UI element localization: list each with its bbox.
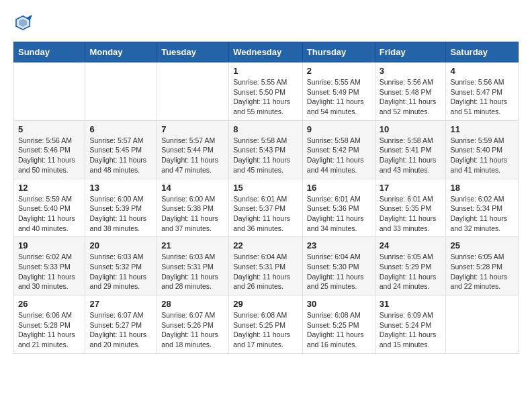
day-info: Sunrise: 6:09 AM Sunset: 5:24 PM Dayligh… — [380, 310, 442, 350]
day-cell: 26Sunrise: 6:06 AM Sunset: 5:28 PM Dayli… — [14, 295, 85, 354]
day-number: 10 — [380, 124, 442, 134]
day-number: 21 — [161, 240, 224, 250]
day-cell: 5Sunrise: 5:56 AM Sunset: 5:46 PM Daylig… — [14, 120, 85, 179]
day-cell: 2Sunrise: 5:55 AM Sunset: 5:49 PM Daylig… — [302, 62, 375, 121]
day-number: 13 — [89, 183, 152, 193]
day-info: Sunrise: 6:07 AM Sunset: 5:26 PM Dayligh… — [161, 310, 224, 350]
day-info: Sunrise: 5:58 AM Sunset: 5:42 PM Dayligh… — [307, 136, 371, 175]
day-info: Sunrise: 6:02 AM Sunset: 5:33 PM Dayligh… — [18, 252, 81, 291]
day-info: Sunrise: 5:56 AM Sunset: 5:47 PM Dayligh… — [450, 77, 514, 117]
day-number: 30 — [307, 299, 371, 309]
day-number: 29 — [233, 299, 298, 309]
header — [13, 13, 519, 32]
day-info: Sunrise: 5:58 AM Sunset: 5:41 PM Dayligh… — [380, 136, 442, 175]
day-number: 17 — [380, 183, 442, 193]
day-number: 3 — [380, 66, 442, 76]
logo-icon — [13, 13, 32, 32]
day-number: 31 — [380, 299, 442, 309]
day-info: Sunrise: 5:57 AM Sunset: 5:44 PM Dayligh… — [161, 136, 224, 175]
day-cell: 23Sunrise: 6:04 AM Sunset: 5:30 PM Dayli… — [302, 237, 375, 295]
day-number: 25 — [450, 240, 514, 250]
col-header-saturday: Saturday — [446, 42, 519, 62]
day-cell: 11Sunrise: 5:59 AM Sunset: 5:40 PM Dayli… — [446, 120, 519, 179]
day-cell: 12Sunrise: 5:59 AM Sunset: 5:40 PM Dayli… — [14, 179, 85, 237]
day-cell: 28Sunrise: 6:07 AM Sunset: 5:26 PM Dayli… — [157, 295, 229, 354]
day-info: Sunrise: 6:02 AM Sunset: 5:34 PM Dayligh… — [450, 194, 514, 234]
day-number: 12 — [18, 183, 81, 193]
day-info: Sunrise: 6:01 AM Sunset: 5:35 PM Dayligh… — [380, 194, 442, 234]
day-info: Sunrise: 5:55 AM Sunset: 5:49 PM Dayligh… — [307, 77, 371, 117]
day-cell: 19Sunrise: 6:02 AM Sunset: 5:33 PM Dayli… — [14, 237, 85, 295]
day-cell: 1Sunrise: 5:55 AM Sunset: 5:50 PM Daylig… — [229, 62, 303, 121]
col-header-sunday: Sunday — [14, 42, 85, 62]
week-row-1: 1Sunrise: 5:55 AM Sunset: 5:50 PM Daylig… — [14, 62, 519, 121]
day-info: Sunrise: 6:04 AM Sunset: 5:30 PM Dayligh… — [307, 252, 371, 291]
day-cell: 20Sunrise: 6:03 AM Sunset: 5:32 PM Dayli… — [85, 237, 157, 295]
day-number: 6 — [89, 124, 152, 134]
day-info: Sunrise: 5:55 AM Sunset: 5:50 PM Dayligh… — [233, 77, 298, 117]
day-cell: 31Sunrise: 6:09 AM Sunset: 5:24 PM Dayli… — [375, 295, 446, 354]
day-number: 15 — [233, 183, 298, 193]
day-info: Sunrise: 6:06 AM Sunset: 5:28 PM Dayligh… — [18, 310, 81, 350]
day-number: 16 — [307, 183, 371, 193]
day-cell: 21Sunrise: 6:03 AM Sunset: 5:31 PM Dayli… — [157, 237, 229, 295]
week-row-5: 26Sunrise: 6:06 AM Sunset: 5:28 PM Dayli… — [14, 295, 519, 354]
day-cell — [14, 62, 85, 121]
day-cell — [85, 62, 157, 121]
calendar-container: SundayMondayTuesdayWednesdayThursdayFrid… — [0, 0, 532, 361]
header-row: SundayMondayTuesdayWednesdayThursdayFrid… — [14, 42, 519, 62]
day-cell: 9Sunrise: 5:58 AM Sunset: 5:42 PM Daylig… — [302, 120, 375, 179]
col-header-tuesday: Tuesday — [157, 42, 229, 62]
day-cell: 18Sunrise: 6:02 AM Sunset: 5:34 PM Dayli… — [446, 179, 519, 237]
day-cell: 17Sunrise: 6:01 AM Sunset: 5:35 PM Dayli… — [375, 179, 446, 237]
day-info: Sunrise: 6:08 AM Sunset: 5:25 PM Dayligh… — [233, 310, 298, 350]
day-number: 1 — [233, 66, 298, 76]
day-cell: 22Sunrise: 6:04 AM Sunset: 5:31 PM Dayli… — [229, 237, 303, 295]
logo — [13, 13, 35, 32]
calendar-table: SundayMondayTuesdayWednesdayThursdayFrid… — [13, 42, 519, 354]
day-info: Sunrise: 5:59 AM Sunset: 5:40 PM Dayligh… — [450, 136, 514, 175]
day-number: 26 — [18, 299, 81, 309]
day-number: 9 — [307, 124, 371, 134]
day-number: 23 — [307, 240, 371, 250]
day-cell: 13Sunrise: 6:00 AM Sunset: 5:39 PM Dayli… — [85, 179, 157, 237]
day-cell: 8Sunrise: 5:58 AM Sunset: 5:43 PM Daylig… — [229, 120, 303, 179]
day-info: Sunrise: 6:00 AM Sunset: 5:38 PM Dayligh… — [161, 194, 224, 234]
day-info: Sunrise: 5:57 AM Sunset: 5:45 PM Dayligh… — [89, 136, 152, 175]
day-number: 27 — [89, 299, 152, 309]
day-info: Sunrise: 6:04 AM Sunset: 5:31 PM Dayligh… — [233, 252, 298, 291]
day-cell: 24Sunrise: 6:05 AM Sunset: 5:29 PM Dayli… — [375, 237, 446, 295]
day-cell: 25Sunrise: 6:05 AM Sunset: 5:28 PM Dayli… — [446, 237, 519, 295]
day-cell — [157, 62, 229, 121]
day-number: 4 — [450, 66, 514, 76]
col-header-thursday: Thursday — [302, 42, 375, 62]
day-number: 5 — [18, 124, 81, 134]
col-header-wednesday: Wednesday — [229, 42, 303, 62]
day-cell: 10Sunrise: 5:58 AM Sunset: 5:41 PM Dayli… — [375, 120, 446, 179]
day-number: 22 — [233, 240, 298, 250]
day-info: Sunrise: 6:01 AM Sunset: 5:36 PM Dayligh… — [307, 194, 371, 234]
day-info: Sunrise: 6:08 AM Sunset: 5:25 PM Dayligh… — [307, 310, 371, 350]
day-info: Sunrise: 5:56 AM Sunset: 5:48 PM Dayligh… — [380, 77, 442, 117]
day-info: Sunrise: 5:58 AM Sunset: 5:43 PM Dayligh… — [233, 136, 298, 175]
day-number: 28 — [161, 299, 224, 309]
day-info: Sunrise: 6:00 AM Sunset: 5:39 PM Dayligh… — [89, 194, 152, 234]
day-number: 11 — [450, 124, 514, 134]
day-cell: 3Sunrise: 5:56 AM Sunset: 5:48 PM Daylig… — [375, 62, 446, 121]
day-info: Sunrise: 5:56 AM Sunset: 5:46 PM Dayligh… — [18, 136, 81, 175]
day-cell: 4Sunrise: 5:56 AM Sunset: 5:47 PM Daylig… — [446, 62, 519, 121]
day-info: Sunrise: 6:05 AM Sunset: 5:28 PM Dayligh… — [450, 252, 514, 291]
day-cell: 27Sunrise: 6:07 AM Sunset: 5:27 PM Dayli… — [85, 295, 157, 354]
day-number: 20 — [89, 240, 152, 250]
day-cell: 29Sunrise: 6:08 AM Sunset: 5:25 PM Dayli… — [229, 295, 303, 354]
day-info: Sunrise: 5:59 AM Sunset: 5:40 PM Dayligh… — [18, 194, 81, 234]
day-cell: 6Sunrise: 5:57 AM Sunset: 5:45 PM Daylig… — [85, 120, 157, 179]
day-number: 2 — [307, 66, 371, 76]
col-header-friday: Friday — [375, 42, 446, 62]
day-number: 8 — [233, 124, 298, 134]
day-cell — [446, 295, 519, 354]
day-cell: 16Sunrise: 6:01 AM Sunset: 5:36 PM Dayli… — [302, 179, 375, 237]
day-number: 24 — [380, 240, 442, 250]
day-cell: 14Sunrise: 6:00 AM Sunset: 5:38 PM Dayli… — [157, 179, 229, 237]
day-number: 7 — [161, 124, 224, 134]
